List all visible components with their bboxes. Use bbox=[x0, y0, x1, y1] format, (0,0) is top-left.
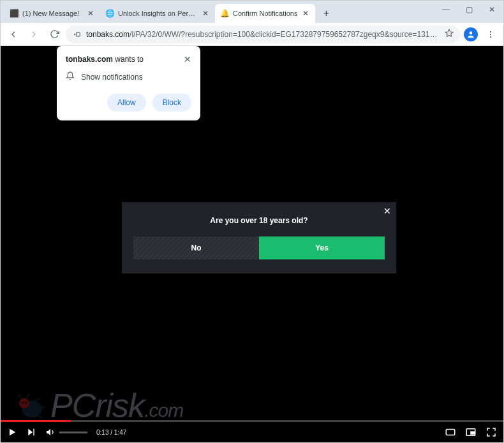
svg-rect-22 bbox=[446, 430, 455, 435]
toolbar: tonbaks.com/l/PA/32/0/WW/?resubscription… bbox=[1, 23, 503, 46]
volume-icon[interactable] bbox=[45, 427, 56, 437]
svg-point-8 bbox=[19, 398, 29, 409]
svg-point-4 bbox=[490, 31, 491, 32]
back-button[interactable] bbox=[4, 25, 22, 43]
video-controls: 0:13 / 1:47 bbox=[1, 422, 503, 442]
watermark-text: PCrisk.com bbox=[50, 389, 183, 422]
close-window-button[interactable]: ✕ bbox=[480, 1, 503, 18]
tab-favicon: ⬛ bbox=[10, 9, 19, 18]
site-info-icon[interactable] bbox=[72, 30, 81, 39]
svg-rect-24 bbox=[471, 432, 474, 434]
menu-button[interactable] bbox=[482, 25, 500, 43]
yes-button[interactable]: Yes bbox=[259, 236, 385, 259]
bug-mascot-icon bbox=[12, 388, 48, 423]
svg-point-5 bbox=[490, 33, 491, 34]
tab-title: Unlock Insights on Personal Fin bbox=[118, 10, 197, 17]
svg-line-12 bbox=[26, 395, 28, 398]
permission-wants-to: wants to bbox=[113, 55, 144, 64]
svg-point-3 bbox=[470, 31, 473, 34]
svg-marker-19 bbox=[28, 429, 33, 436]
svg-rect-1 bbox=[76, 33, 80, 36]
svg-line-16 bbox=[37, 407, 45, 408]
bookmark-star-icon[interactable] bbox=[445, 29, 454, 40]
time-current: 0:13 bbox=[96, 429, 108, 436]
svg-line-15 bbox=[34, 398, 40, 402]
browser-window: ⬛ (1) New Message! ✕ 🌐 Unlock Insights o… bbox=[0, 0, 504, 443]
svg-point-0 bbox=[75, 34, 75, 34]
tab-unlock-insights[interactable]: 🌐 Unlock Insights on Personal Fin ✕ bbox=[100, 4, 215, 23]
time-total: 1:47 bbox=[114, 429, 126, 436]
svg-line-11 bbox=[19, 395, 21, 399]
tab-title: Confirm Notifications bbox=[233, 10, 297, 17]
globe-icon: 🌐 bbox=[105, 9, 114, 18]
profile-button[interactable] bbox=[463, 26, 479, 43]
address-bar[interactable]: tonbaks.com/l/PA/32/0/WW/?resubscription… bbox=[66, 25, 460, 43]
svg-point-6 bbox=[490, 36, 491, 37]
watermark-sub: risk bbox=[95, 389, 144, 422]
notification-permission-prompt: tonbaks.com wants to ✕ Show notification… bbox=[57, 46, 200, 120]
age-verification-dialog: ✕ Are you over 18 years old? No Yes bbox=[122, 202, 396, 273]
svg-point-10 bbox=[25, 402, 27, 403]
svg-point-9 bbox=[22, 402, 24, 403]
svg-marker-21 bbox=[47, 429, 50, 436]
permission-title: tonbaks.com wants to bbox=[66, 55, 144, 64]
permission-item-label: Show notifications bbox=[81, 73, 143, 82]
svg-line-17 bbox=[36, 415, 43, 419]
progress-track[interactable] bbox=[1, 420, 503, 422]
svg-marker-18 bbox=[10, 429, 15, 436]
close-icon[interactable]: ✕ bbox=[86, 9, 95, 18]
avatar-icon bbox=[464, 27, 478, 41]
close-icon[interactable]: ✕ bbox=[201, 9, 210, 18]
volume-track[interactable] bbox=[59, 432, 87, 433]
svg-marker-2 bbox=[445, 29, 453, 36]
maximize-button[interactable]: ▢ bbox=[457, 1, 480, 18]
forward-button[interactable] bbox=[25, 25, 43, 43]
tab-new-message[interactable]: ⬛ (1) New Message! ✕ bbox=[4, 4, 100, 23]
progress-fill bbox=[1, 420, 71, 422]
pip-button[interactable] bbox=[465, 426, 477, 438]
url-path: /l/PA/32/0/WW/?resubscription=100&clicki… bbox=[130, 30, 440, 39]
captions-button[interactable] bbox=[445, 426, 456, 438]
permission-site: tonbaks.com bbox=[66, 55, 113, 64]
bell-icon: 🔔 bbox=[220, 9, 229, 18]
video-time: 0:13 / 1:47 bbox=[96, 429, 126, 436]
page-content: tonbaks.com wants to ✕ Show notification… bbox=[1, 46, 503, 442]
reload-button[interactable] bbox=[45, 25, 63, 43]
svg-point-14 bbox=[27, 394, 29, 396]
new-tab-button[interactable]: + bbox=[318, 5, 334, 22]
no-button[interactable]: No bbox=[133, 236, 259, 259]
svg-point-13 bbox=[19, 395, 20, 396]
watermark-main: PC bbox=[50, 389, 95, 422]
tab-title: (1) New Message! bbox=[22, 10, 82, 17]
watermark: PCrisk.com bbox=[12, 388, 183, 423]
play-button[interactable] bbox=[7, 427, 17, 437]
close-icon[interactable]: ✕ bbox=[301, 9, 310, 18]
tab-confirm-notifications[interactable]: 🔔 Confirm Notifications ✕ bbox=[215, 4, 315, 23]
volume-control[interactable] bbox=[45, 427, 87, 437]
next-button[interactable] bbox=[26, 427, 36, 437]
url-domain: tonbaks.com bbox=[86, 30, 130, 39]
allow-button[interactable]: Allow bbox=[107, 94, 146, 112]
svg-point-7 bbox=[22, 400, 41, 418]
close-icon[interactable]: ✕ bbox=[184, 55, 191, 64]
window-controls: — ▢ ✕ bbox=[434, 1, 503, 18]
fullscreen-button[interactable] bbox=[485, 426, 497, 438]
block-button[interactable]: Block bbox=[152, 94, 191, 112]
svg-rect-20 bbox=[33, 429, 34, 436]
watermark-domain: .com bbox=[144, 401, 183, 420]
minimize-button[interactable]: — bbox=[434, 1, 457, 18]
time-sep: / bbox=[108, 429, 114, 436]
url-text: tonbaks.com/l/PA/32/0/WW/?resubscription… bbox=[86, 30, 440, 39]
age-question: Are you over 18 years old? bbox=[122, 202, 396, 236]
close-icon[interactable]: ✕ bbox=[383, 206, 391, 216]
bell-icon bbox=[66, 71, 75, 82]
tab-strip: ⬛ (1) New Message! ✕ 🌐 Unlock Insights o… bbox=[1, 1, 503, 23]
